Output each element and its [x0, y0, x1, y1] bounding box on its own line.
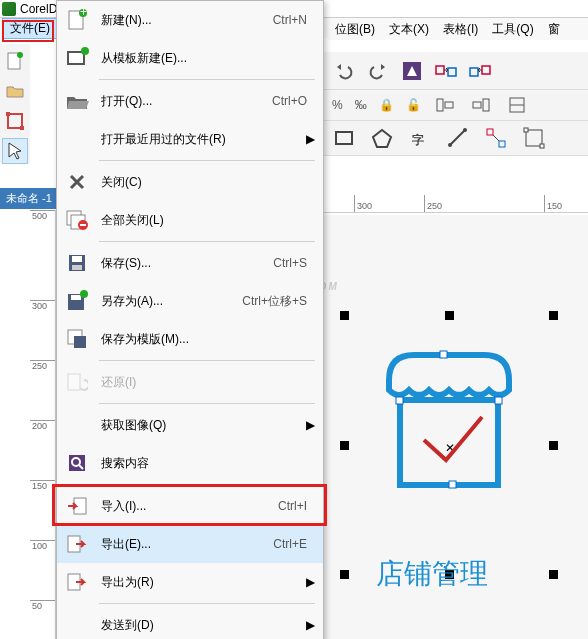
swap-right-icon[interactable]: [434, 59, 458, 83]
undo-icon[interactable]: [332, 59, 356, 83]
menu-recent[interactable]: 打开最近用过的文件(R) ▶: [57, 120, 323, 158]
menu-text[interactable]: 文本(X): [382, 21, 436, 38]
menu-bar-right: 位图(B) 文本(X) 表格(I) 工具(Q) 窗: [328, 18, 588, 40]
menu-bitmap[interactable]: 位图(B): [328, 21, 382, 38]
menu-separator: [99, 603, 315, 604]
polygon-icon[interactable]: [370, 126, 394, 150]
shape-select-icon[interactable]: [2, 108, 28, 134]
align-dist-icon[interactable]: [505, 93, 529, 117]
property-bar: % ‰ 🔒 🔓: [324, 90, 588, 120]
menu-save-label: 保存(S)...: [97, 255, 273, 272]
rectangle-icon[interactable]: [332, 126, 356, 150]
document-tab[interactable]: 未命名 -1: [0, 188, 58, 209]
svg-rect-45: [72, 265, 82, 270]
menu-new-template-label: 从模板新建(E)...: [97, 50, 313, 67]
file-menu-dropdown: + 新建(N)... Ctrl+N 从模板新建(E)... 打开(Q)... C…: [56, 0, 324, 639]
ruler-v-tick: 50: [30, 600, 55, 611]
ruler-vertical: 500 300 250 200 150 100 50: [30, 210, 56, 639]
svg-rect-25: [8, 114, 22, 128]
svg-rect-18: [499, 141, 505, 147]
selection-handle[interactable]: [549, 441, 558, 450]
menu-import[interactable]: 导入(I)... Ctrl+I: [57, 487, 323, 525]
new-template-icon: [57, 47, 97, 69]
svg-rect-44: [72, 256, 82, 262]
menu-search-label: 搜索内容: [97, 455, 313, 472]
svg-point-38: [81, 47, 89, 55]
menu-open-shortcut: Ctrl+O: [272, 94, 313, 108]
export-as-icon: [57, 572, 97, 592]
redo-icon[interactable]: [366, 59, 390, 83]
menu-save-as-shortcut: Ctrl+位移+S: [242, 293, 313, 310]
menu-acquire[interactable]: 获取图像(Q) ▶: [57, 406, 323, 444]
canvas-text-label[interactable]: 店铺管理: [376, 555, 488, 593]
submenu-arrow-icon: ▶: [306, 132, 315, 146]
ruler-v-tick: 200: [30, 420, 55, 431]
new-icon: +: [57, 8, 97, 32]
swap-left-icon[interactable]: [468, 59, 492, 83]
ruler-v-tick: 300: [30, 300, 55, 311]
ruler-v-tick: 100: [30, 540, 55, 551]
svg-rect-1: [436, 66, 444, 74]
svg-line-19: [493, 135, 499, 141]
menu-close[interactable]: 关闭(C): [57, 163, 323, 201]
menu-new-template[interactable]: 从模板新建(E)...: [57, 39, 323, 77]
close-icon: [57, 172, 97, 192]
svg-rect-3: [482, 66, 490, 74]
connector-icon[interactable]: [484, 126, 508, 150]
menu-acquire-label: 获取图像(Q): [97, 417, 313, 434]
align-right-icon[interactable]: [469, 93, 493, 117]
launch-icon[interactable]: [400, 59, 424, 83]
text-icon[interactable]: 字: [408, 126, 432, 150]
menu-send-to[interactable]: 发送到(D) ▶: [57, 606, 323, 639]
menu-export-as[interactable]: 导出为(R) ▶: [57, 563, 323, 601]
new-doc-icon[interactable]: [2, 48, 28, 74]
menu-search[interactable]: 搜索内容: [57, 444, 323, 482]
storefront-shape[interactable]: [374, 345, 524, 495]
submenu-arrow-icon: ▶: [306, 618, 315, 632]
selection-handle[interactable]: [549, 311, 558, 320]
selection-handle[interactable]: [445, 311, 454, 320]
edit-anchor-icon[interactable]: [522, 126, 546, 150]
percent-label: %: [332, 98, 343, 112]
selection-handle[interactable]: [340, 570, 349, 579]
shape-toolbar: 字: [324, 120, 588, 156]
menu-save[interactable]: 保存(S)... Ctrl+S: [57, 244, 323, 282]
menu-new[interactable]: + 新建(N)... Ctrl+N: [57, 1, 323, 39]
menu-tools[interactable]: 工具(Q): [485, 21, 540, 38]
svg-rect-8: [473, 102, 481, 108]
lock-icon[interactable]: 🔒: [379, 98, 394, 112]
menu-save-template[interactable]: 保存为模版(M)...: [57, 320, 323, 358]
menu-export-as-label: 导出为(R): [97, 574, 313, 591]
drawing-canvas[interactable]: ✕ 店铺管理: [324, 215, 588, 639]
menu-export[interactable]: 导出(E)... Ctrl+E: [57, 525, 323, 563]
menu-import-shortcut: Ctrl+I: [278, 499, 313, 513]
svg-rect-32: [449, 481, 456, 488]
menu-close-label: 关闭(C): [97, 174, 313, 191]
open-folder-icon[interactable]: [2, 78, 28, 104]
ruler-h-tick: 250: [424, 195, 442, 212]
svg-rect-17: [487, 129, 493, 135]
svg-rect-51: [68, 374, 80, 390]
selection-handle[interactable]: [340, 311, 349, 320]
unlock-icon[interactable]: 🔓: [406, 98, 421, 112]
svg-point-15: [448, 143, 452, 147]
ruler-v-tick: 250: [30, 360, 55, 371]
app-logo-icon: [2, 2, 16, 16]
menu-export-shortcut: Ctrl+E: [273, 537, 313, 551]
pick-tool-icon[interactable]: [2, 138, 28, 164]
selection-handle[interactable]: [549, 570, 558, 579]
menu-recent-label: 打开最近用过的文件(R): [97, 131, 313, 148]
submenu-arrow-icon: ▶: [306, 418, 315, 432]
menu-save-as[interactable]: 另存为(A)... Ctrl+位移+S: [57, 282, 323, 320]
menu-new-label: 新建(N)...: [97, 12, 273, 29]
align-left-icon[interactable]: [433, 93, 457, 117]
svg-text:+: +: [80, 8, 87, 19]
dimension-icon[interactable]: [446, 126, 470, 150]
standard-toolbar: [324, 52, 588, 90]
menu-table[interactable]: 表格(I): [436, 21, 485, 38]
menu-close-all[interactable]: 全部关闭(L): [57, 201, 323, 239]
menu-window[interactable]: 窗: [541, 21, 567, 38]
selection-handle[interactable]: [340, 441, 349, 450]
menu-file[interactable]: 文件(E): [2, 18, 58, 39]
menu-open[interactable]: 打开(Q)... Ctrl+O: [57, 82, 323, 120]
